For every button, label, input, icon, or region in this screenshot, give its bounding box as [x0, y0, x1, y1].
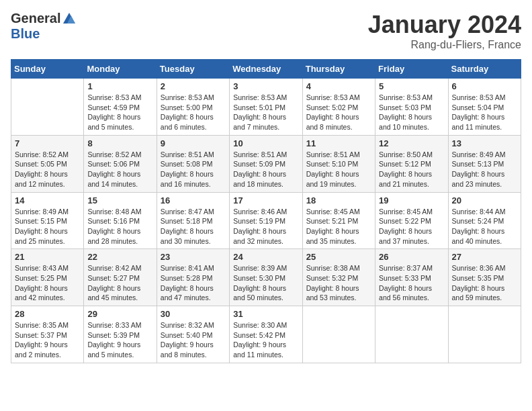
day-number: 16 — [161, 195, 226, 205]
calendar-cell: 3Sunrise: 8:53 AM Sunset: 5:01 PM Daylig… — [230, 79, 302, 136]
day-info: Sunrise: 8:43 AM Sunset: 5:25 PM Dayligh… — [15, 263, 80, 303]
day-of-week-header: Tuesday — [157, 60, 229, 79]
day-of-week-header: Saturday — [448, 60, 521, 79]
calendar-cell: 5Sunrise: 8:53 AM Sunset: 5:03 PM Daylig… — [375, 79, 448, 136]
calendar-cell — [375, 306, 448, 363]
day-info: Sunrise: 8:51 AM Sunset: 5:08 PM Dayligh… — [161, 150, 226, 189]
calendar-cell: 9Sunrise: 8:51 AM Sunset: 5:08 PM Daylig… — [157, 135, 229, 192]
calendar-cell — [302, 306, 375, 363]
calendar-header-row: SundayMondayTuesdayWednesdayThursdayFrid… — [11, 60, 521, 79]
day-info: Sunrise: 8:50 AM Sunset: 5:12 PM Dayligh… — [379, 150, 444, 189]
day-info: Sunrise: 8:38 AM Sunset: 5:32 PM Dayligh… — [306, 263, 371, 303]
calendar-week-row: 7Sunrise: 8:52 AM Sunset: 5:05 PM Daylig… — [11, 135, 521, 192]
calendar-cell: 25Sunrise: 8:38 AM Sunset: 5:32 PM Dayli… — [302, 249, 375, 306]
day-of-week-header: Monday — [84, 60, 157, 79]
calendar-cell: 29Sunrise: 8:33 AM Sunset: 5:39 PM Dayli… — [84, 306, 157, 363]
calendar-cell — [11, 79, 84, 136]
day-info: Sunrise: 8:30 AM Sunset: 5:42 PM Dayligh… — [233, 320, 298, 360]
day-number: 6 — [452, 81, 517, 91]
day-info: Sunrise: 8:53 AM Sunset: 5:01 PM Dayligh… — [233, 93, 298, 132]
day-info: Sunrise: 8:51 AM Sunset: 5:10 PM Dayligh… — [306, 150, 371, 189]
calendar-cell: 28Sunrise: 8:35 AM Sunset: 5:37 PM Dayli… — [11, 306, 84, 363]
calendar-cell: 30Sunrise: 8:32 AM Sunset: 5:40 PM Dayli… — [157, 306, 229, 363]
day-info: Sunrise: 8:53 AM Sunset: 4:59 PM Dayligh… — [87, 93, 152, 132]
day-number: 19 — [379, 195, 444, 205]
day-info: Sunrise: 8:42 AM Sunset: 5:27 PM Dayligh… — [87, 263, 152, 303]
day-number: 8 — [87, 138, 152, 148]
calendar-cell — [448, 306, 521, 363]
calendar-cell: 18Sunrise: 8:45 AM Sunset: 5:21 PM Dayli… — [302, 192, 375, 249]
day-number: 26 — [379, 252, 444, 262]
month-title: January 2024 — [368, 11, 521, 39]
title-area: January 2024 Rang-du-Fliers, France — [368, 11, 521, 51]
day-info: Sunrise: 8:41 AM Sunset: 5:28 PM Dayligh… — [161, 263, 226, 303]
day-of-week-header: Friday — [375, 60, 448, 79]
day-info: Sunrise: 8:47 AM Sunset: 5:18 PM Dayligh… — [161, 207, 226, 246]
day-number: 22 — [87, 252, 152, 262]
day-info: Sunrise: 8:35 AM Sunset: 5:37 PM Dayligh… — [15, 320, 80, 360]
day-number: 30 — [161, 309, 226, 319]
day-info: Sunrise: 8:53 AM Sunset: 5:02 PM Dayligh… — [306, 93, 371, 132]
calendar-cell: 24Sunrise: 8:39 AM Sunset: 5:30 PM Dayli… — [230, 249, 302, 306]
calendar-week-row: 14Sunrise: 8:49 AM Sunset: 5:15 PM Dayli… — [11, 192, 521, 249]
day-info: Sunrise: 8:51 AM Sunset: 5:09 PM Dayligh… — [233, 150, 298, 189]
day-number: 1 — [87, 81, 152, 91]
calendar-cell: 14Sunrise: 8:49 AM Sunset: 5:15 PM Dayli… — [11, 192, 84, 249]
calendar-cell: 22Sunrise: 8:42 AM Sunset: 5:27 PM Dayli… — [84, 249, 157, 306]
calendar-cell: 19Sunrise: 8:45 AM Sunset: 5:22 PM Dayli… — [375, 192, 448, 249]
calendar-cell: 26Sunrise: 8:37 AM Sunset: 5:33 PM Dayli… — [375, 249, 448, 306]
calendar-table: SundayMondayTuesdayWednesdayThursdayFrid… — [11, 59, 521, 363]
calendar-cell: 2Sunrise: 8:53 AM Sunset: 5:00 PM Daylig… — [157, 79, 229, 136]
logo-blue-text: Blue — [11, 26, 40, 42]
day-number: 13 — [452, 138, 517, 148]
day-number: 17 — [233, 195, 298, 205]
day-number: 20 — [452, 195, 517, 205]
day-number: 23 — [161, 252, 226, 262]
day-number: 29 — [87, 309, 152, 319]
day-number: 11 — [306, 138, 371, 148]
calendar-cell: 8Sunrise: 8:52 AM Sunset: 5:06 PM Daylig… — [84, 135, 157, 192]
day-number: 14 — [15, 195, 80, 205]
day-info: Sunrise: 8:53 AM Sunset: 5:04 PM Dayligh… — [452, 93, 517, 132]
calendar-cell: 6Sunrise: 8:53 AM Sunset: 5:04 PM Daylig… — [448, 79, 521, 136]
calendar-cell: 27Sunrise: 8:36 AM Sunset: 5:35 PM Dayli… — [448, 249, 521, 306]
day-number: 9 — [161, 138, 226, 148]
day-info: Sunrise: 8:45 AM Sunset: 5:21 PM Dayligh… — [306, 207, 371, 246]
calendar-cell: 20Sunrise: 8:44 AM Sunset: 5:24 PM Dayli… — [448, 192, 521, 249]
day-number: 27 — [452, 252, 517, 262]
calendar-cell: 7Sunrise: 8:52 AM Sunset: 5:05 PM Daylig… — [11, 135, 84, 192]
day-info: Sunrise: 8:44 AM Sunset: 5:24 PM Dayligh… — [452, 207, 517, 246]
day-number: 2 — [161, 81, 226, 91]
calendar-cell: 16Sunrise: 8:47 AM Sunset: 5:18 PM Dayli… — [157, 192, 229, 249]
day-of-week-header: Sunday — [11, 60, 84, 79]
calendar-cell: 23Sunrise: 8:41 AM Sunset: 5:28 PM Dayli… — [157, 249, 229, 306]
day-info: Sunrise: 8:46 AM Sunset: 5:19 PM Dayligh… — [233, 207, 298, 246]
calendar-cell: 13Sunrise: 8:49 AM Sunset: 5:13 PM Dayli… — [448, 135, 521, 192]
day-info: Sunrise: 8:45 AM Sunset: 5:22 PM Dayligh… — [379, 207, 444, 246]
day-number: 3 — [233, 81, 298, 91]
day-number: 25 — [306, 252, 371, 262]
day-info: Sunrise: 8:49 AM Sunset: 5:15 PM Dayligh… — [15, 207, 80, 246]
day-number: 28 — [15, 309, 80, 319]
calendar-cell: 12Sunrise: 8:50 AM Sunset: 5:12 PM Dayli… — [375, 135, 448, 192]
day-number: 10 — [233, 138, 298, 148]
day-info: Sunrise: 8:48 AM Sunset: 5:16 PM Dayligh… — [87, 207, 152, 246]
calendar-cell: 1Sunrise: 8:53 AM Sunset: 4:59 PM Daylig… — [84, 79, 157, 136]
day-info: Sunrise: 8:32 AM Sunset: 5:40 PM Dayligh… — [161, 320, 226, 360]
logo: General Blue — [11, 11, 77, 42]
day-of-week-header: Wednesday — [230, 60, 302, 79]
day-number: 31 — [233, 309, 298, 319]
calendar-cell: 11Sunrise: 8:51 AM Sunset: 5:10 PM Dayli… — [302, 135, 375, 192]
day-info: Sunrise: 8:53 AM Sunset: 5:03 PM Dayligh… — [379, 93, 444, 132]
day-info: Sunrise: 8:33 AM Sunset: 5:39 PM Dayligh… — [87, 320, 152, 360]
calendar-week-row: 1Sunrise: 8:53 AM Sunset: 4:59 PM Daylig… — [11, 79, 521, 136]
location-text: Rang-du-Fliers, France — [368, 39, 521, 51]
day-info: Sunrise: 8:37 AM Sunset: 5:33 PM Dayligh… — [379, 263, 444, 303]
logo-general-text: General — [11, 11, 60, 26]
day-of-week-header: Thursday — [302, 60, 375, 79]
day-info: Sunrise: 8:52 AM Sunset: 5:05 PM Dayligh… — [15, 150, 80, 189]
day-number: 12 — [379, 138, 444, 148]
calendar-week-row: 21Sunrise: 8:43 AM Sunset: 5:25 PM Dayli… — [11, 249, 521, 306]
day-number: 21 — [15, 252, 80, 262]
day-number: 5 — [379, 81, 444, 91]
